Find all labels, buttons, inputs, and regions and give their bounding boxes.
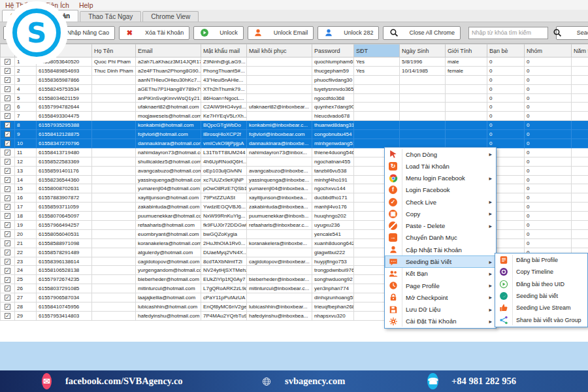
col-nhom[interactable]: Nhóm: [525, 44, 572, 57]
col-mat-khau-mail[interactable]: Mật khẩu mail: [201, 44, 247, 57]
table-row[interactable]: ✓2161558588971098koranakelera@hotmail.co…: [1, 238, 588, 248]
table-row[interactable]: ✓1561558008702631yumarenjl04@hotmail.com…: [1, 184, 588, 193]
close-all-chrome-button[interactable]: Close All Chrome: [383, 26, 461, 40]
row-checkbox[interactable]: ✓: [5, 122, 10, 128]
context-menu-item-check-live[interactable]: ✓Check Live▸: [385, 196, 496, 208]
row-checkbox[interactable]: ✓: [5, 159, 10, 165]
row-checkbox[interactable]: ✓: [5, 86, 10, 92]
table-row[interactable]: ✓461558245753534aGEThu7P1Hang8Y789x79...…: [1, 84, 588, 93]
context-menu-item-move-category[interactable]: →Chuyển Danh Mục: [385, 232, 496, 244]
context-menu-item-open-checkpoint[interactable]: Mở Checkpoint▸: [385, 291, 496, 303]
table-row[interactable]: ✓761558493304475moqjaweseis@hotmail.comK…: [1, 112, 588, 121]
table-row[interactable]: ✓1761558593711059zakabintuda@hotmail.com…: [1, 203, 588, 212]
row-checkbox[interactable]: ✓: [5, 95, 10, 101]
col-ho-ten[interactable]: Họ Tên: [92, 44, 136, 57]
col-sdt[interactable]: SĐT: [354, 44, 400, 57]
table-row[interactable]: ✓961558412128875fojtvlori@hotmail.comiBr…: [1, 130, 588, 139]
row-checkbox[interactable]: ✓: [5, 77, 10, 83]
seeding-post-icon: [388, 257, 398, 267]
row-cell: 0: [525, 103, 572, 112]
context-menu-item-select-row[interactable]: Chọn Dòng▸: [385, 148, 496, 160]
row-checkbox[interactable]: ✓: [5, 105, 10, 110]
context-menu-item-menu-login-facebook[interactable]: Menu login Facebook▸: [385, 172, 496, 184]
context-menu-item-paste-delete[interactable]: Paste - Delete▸: [385, 220, 496, 232]
table-row[interactable]: ✓161558053640520Quoc Phi Phama2ah7LaKhac…: [1, 57, 588, 67]
row-checkbox[interactable]: ✓: [5, 240, 10, 246]
table-row[interactable]: ✓1061558347270796dannaukinara@hotmail.co…: [1, 139, 588, 148]
row-checkbox[interactable]: ✓: [5, 131, 10, 137]
row-cell: 0: [525, 175, 572, 184]
table-row[interactable]: ✓1661557883907872xayitijunson@hotmail.co…: [1, 193, 588, 203]
table-row[interactable]: ✓261558489854693Thuc Dinh Phama2e4FThuan…: [1, 66, 588, 75]
context-menu-item-load-account[interactable]: ↻Load Tài Khoản: [385, 160, 496, 172]
row-cell: bieberheder@inboxbear...: [247, 275, 312, 284]
table-row[interactable]: ✓1261558522583369shullicaldez5@hotmail.c…: [1, 157, 588, 166]
row-checkbox[interactable]: ✓: [5, 231, 10, 237]
row-checkbox[interactable]: ✓: [5, 222, 10, 228]
submenu-item-share-to-group[interactable]: Share bài viết vào Group: [495, 314, 587, 326]
tab-2[interactable]: Chrome View: [142, 11, 199, 22]
unlock-email-button[interactable]: Unlock Email: [248, 26, 314, 40]
context-menu-item-login-facebook[interactable]: fLogin Facebook: [385, 184, 496, 196]
submenu-item-copy-timeline[interactable]: Copy Timeline: [495, 266, 587, 278]
row-checkbox[interactable]: ✓: [5, 177, 10, 183]
row-cell: 0: [525, 139, 572, 148]
row-checkbox[interactable]: ✓: [5, 268, 10, 274]
table-row[interactable]: ✓1961557966494257refaaharis@hotmail.comf…: [1, 221, 588, 230]
context-menu-item-update-account[interactable]: Cập Nhật Tài Khoản: [385, 244, 496, 255]
menubar-item-2[interactable]: Help: [79, 1, 93, 9]
table-row[interactable]: ✓1361558591401176avangcabuzo@hotmail.com…: [1, 166, 588, 175]
submenu-item-post-by-uid[interactable]: Đăng bài theo UID: [495, 278, 587, 290]
row-checkbox[interactable]: ✓: [5, 195, 10, 201]
row-checkbox[interactable]: ✓: [5, 150, 10, 155]
col-gioi-tinh[interactable]: Giới Tính: [446, 44, 487, 57]
row-checkbox[interactable]: ✓: [5, 113, 10, 119]
unlock-button[interactable]: Unlock: [193, 26, 244, 40]
table-row[interactable]: ✓1461558236544360yassinquenga@hotmail.co…: [1, 175, 588, 184]
row-checkbox[interactable]: ✓: [5, 213, 10, 219]
row-checkbox[interactable]: ✓: [5, 304, 10, 310]
submenu-item-seeding-article[interactable]: Seeding bài viết: [495, 290, 587, 302]
post-uid-icon: [498, 279, 508, 289]
table-row[interactable]: ✓1861558070645097puumuenekkar@hotmail.co…: [1, 212, 588, 221]
col-ban-be[interactable]: Bạn bè: [487, 44, 525, 57]
context-menu-item-save-data[interactable]: Lưu Dữ Liệu▸: [385, 303, 496, 315]
submenu-item-post-profile[interactable]: Đăng bài Profile: [495, 254, 587, 266]
tab-1[interactable]: Thao Tác Ngay: [80, 11, 141, 22]
unlock-282-button[interactable]: Unlock 282: [318, 26, 379, 40]
col-ngay-sinh[interactable]: Ngày Sinh: [400, 44, 446, 57]
delete-account-button[interactable]: ✖Xóa Tài Khoản: [119, 26, 189, 40]
row-checkbox[interactable]: ✓: [5, 68, 10, 74]
submenu-arrow-icon: ▸: [489, 223, 492, 229]
table-row[interactable]: ✓2061558056040531euombryant@hotmail.comb…: [1, 229, 588, 238]
col-nam-tao-nick[interactable]: Năm tạo Nick: [572, 44, 588, 57]
context-menu-item-copy[interactable]: ▣Copy▸: [385, 208, 496, 220]
row-checkbox[interactable]: ✓: [5, 59, 10, 65]
row-checkbox[interactable]: ✓: [5, 286, 10, 291]
row-checkbox[interactable]: ✓: [5, 186, 10, 192]
table-row[interactable]: ✓1161558413719480nahimdayron73@hotmail.c…: [1, 148, 588, 157]
table-row[interactable]: ✓561558034621159anPiKinSvqKinrvWsQ1y21..…: [1, 93, 588, 103]
table-row[interactable]: ✓661557994782644ufaknaert82@hotmail.comC…: [1, 103, 588, 112]
keyword-search-input[interactable]: [468, 27, 548, 39]
search-button[interactable]: Seach: [556, 26, 588, 40]
row-checkbox[interactable]: ✓: [5, 140, 10, 146]
row-checkbox[interactable]: ✓: [5, 204, 10, 210]
row-checkbox[interactable]: ✓: [5, 168, 10, 174]
context-menu-item-account-settings[interactable]: Cài Đặt Tài Khoản▸: [385, 316, 496, 327]
table-row[interactable]: ✓361558365987866aanNTHieuOHieu30hKc7...4…: [1, 75, 588, 84]
advanced-import-button[interactable]: Nhập Nâng Cao: [61, 26, 115, 40]
row-checkbox[interactable]: ✓: [5, 259, 10, 265]
context-menu-item-seeding-post[interactable]: Seeding Bài Viết▸: [385, 255, 496, 267]
col-password[interactable]: Password: [312, 44, 354, 57]
col-mail-khoi-phuc[interactable]: Mail khôi phục: [247, 44, 312, 57]
row-checkbox[interactable]: ✓: [5, 277, 10, 283]
row-checkbox[interactable]: ✓: [5, 313, 10, 319]
context-menu-item-page-profile[interactable]: Page Profile▸: [385, 280, 496, 291]
row-checkbox[interactable]: ✓: [5, 295, 10, 301]
submenu-item-seeding-live-stream[interactable]: Seeding Live Stream: [495, 302, 587, 314]
table-row[interactable]: ✓861557935295388konkabmi@hotmail.comBQpc…: [1, 121, 588, 130]
context-menu-item-add-friend[interactable]: Kết Bạn▸: [385, 268, 496, 280]
row-checkbox[interactable]: ✓: [5, 250, 10, 255]
col-email[interactable]: Email: [136, 44, 201, 57]
